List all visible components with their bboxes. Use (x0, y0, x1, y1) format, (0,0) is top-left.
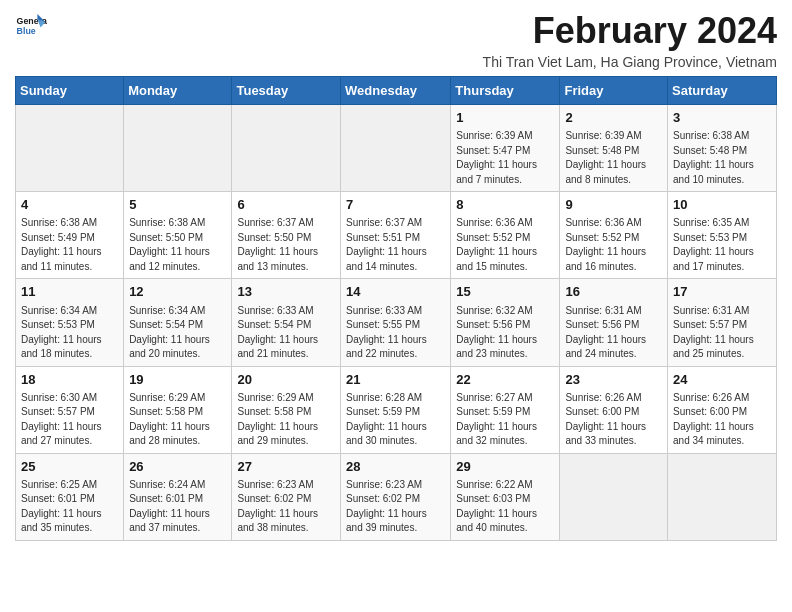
day-number: 18 (21, 371, 118, 389)
calendar: Sunday Monday Tuesday Wednesday Thursday… (15, 76, 777, 541)
col-tuesday: Tuesday (232, 77, 341, 105)
calendar-cell: 8Sunrise: 6:36 AM Sunset: 5:52 PM Daylig… (451, 192, 560, 279)
day-number: 29 (456, 458, 554, 476)
day-info: Sunrise: 6:37 AM Sunset: 5:50 PM Dayligh… (237, 216, 335, 274)
day-info: Sunrise: 6:38 AM Sunset: 5:50 PM Dayligh… (129, 216, 226, 274)
calendar-cell: 14Sunrise: 6:33 AM Sunset: 5:55 PM Dayli… (341, 279, 451, 366)
day-number: 13 (237, 283, 335, 301)
calendar-cell: 4Sunrise: 6:38 AM Sunset: 5:49 PM Daylig… (16, 192, 124, 279)
col-sunday: Sunday (16, 77, 124, 105)
calendar-week-2: 4Sunrise: 6:38 AM Sunset: 5:49 PM Daylig… (16, 192, 777, 279)
day-number: 15 (456, 283, 554, 301)
calendar-cell: 6Sunrise: 6:37 AM Sunset: 5:50 PM Daylig… (232, 192, 341, 279)
logo: General Blue (15, 10, 47, 42)
day-info: Sunrise: 6:31 AM Sunset: 5:57 PM Dayligh… (673, 304, 771, 362)
calendar-week-3: 11Sunrise: 6:34 AM Sunset: 5:53 PM Dayli… (16, 279, 777, 366)
calendar-cell: 27Sunrise: 6:23 AM Sunset: 6:02 PM Dayli… (232, 453, 341, 540)
calendar-cell: 13Sunrise: 6:33 AM Sunset: 5:54 PM Dayli… (232, 279, 341, 366)
calendar-week-5: 25Sunrise: 6:25 AM Sunset: 6:01 PM Dayli… (16, 453, 777, 540)
day-number: 20 (237, 371, 335, 389)
col-thursday: Thursday (451, 77, 560, 105)
calendar-cell: 1Sunrise: 6:39 AM Sunset: 5:47 PM Daylig… (451, 105, 560, 192)
day-info: Sunrise: 6:25 AM Sunset: 6:01 PM Dayligh… (21, 478, 118, 536)
day-number: 22 (456, 371, 554, 389)
day-info: Sunrise: 6:29 AM Sunset: 5:58 PM Dayligh… (237, 391, 335, 449)
calendar-cell: 23Sunrise: 6:26 AM Sunset: 6:00 PM Dayli… (560, 366, 668, 453)
calendar-cell: 5Sunrise: 6:38 AM Sunset: 5:50 PM Daylig… (124, 192, 232, 279)
day-info: Sunrise: 6:22 AM Sunset: 6:03 PM Dayligh… (456, 478, 554, 536)
calendar-week-1: 1Sunrise: 6:39 AM Sunset: 5:47 PM Daylig… (16, 105, 777, 192)
day-number: 5 (129, 196, 226, 214)
day-number: 4 (21, 196, 118, 214)
day-info: Sunrise: 6:31 AM Sunset: 5:56 PM Dayligh… (565, 304, 662, 362)
day-number: 25 (21, 458, 118, 476)
calendar-cell: 28Sunrise: 6:23 AM Sunset: 6:02 PM Dayli… (341, 453, 451, 540)
calendar-cell: 25Sunrise: 6:25 AM Sunset: 6:01 PM Dayli… (16, 453, 124, 540)
calendar-cell: 26Sunrise: 6:24 AM Sunset: 6:01 PM Dayli… (124, 453, 232, 540)
calendar-cell: 17Sunrise: 6:31 AM Sunset: 5:57 PM Dayli… (668, 279, 777, 366)
day-number: 9 (565, 196, 662, 214)
day-number: 6 (237, 196, 335, 214)
day-info: Sunrise: 6:30 AM Sunset: 5:57 PM Dayligh… (21, 391, 118, 449)
col-friday: Friday (560, 77, 668, 105)
day-number: 26 (129, 458, 226, 476)
calendar-cell: 9Sunrise: 6:36 AM Sunset: 5:52 PM Daylig… (560, 192, 668, 279)
calendar-cell (232, 105, 341, 192)
day-number: 11 (21, 283, 118, 301)
day-info: Sunrise: 6:26 AM Sunset: 6:00 PM Dayligh… (565, 391, 662, 449)
calendar-cell: 21Sunrise: 6:28 AM Sunset: 5:59 PM Dayli… (341, 366, 451, 453)
day-number: 21 (346, 371, 445, 389)
day-info: Sunrise: 6:33 AM Sunset: 5:54 PM Dayligh… (237, 304, 335, 362)
day-number: 1 (456, 109, 554, 127)
calendar-cell: 29Sunrise: 6:22 AM Sunset: 6:03 PM Dayli… (451, 453, 560, 540)
calendar-cell: 16Sunrise: 6:31 AM Sunset: 5:56 PM Dayli… (560, 279, 668, 366)
day-number: 3 (673, 109, 771, 127)
calendar-cell: 18Sunrise: 6:30 AM Sunset: 5:57 PM Dayli… (16, 366, 124, 453)
day-info: Sunrise: 6:33 AM Sunset: 5:55 PM Dayligh… (346, 304, 445, 362)
day-info: Sunrise: 6:27 AM Sunset: 5:59 PM Dayligh… (456, 391, 554, 449)
col-monday: Monday (124, 77, 232, 105)
calendar-cell: 3Sunrise: 6:38 AM Sunset: 5:48 PM Daylig… (668, 105, 777, 192)
main-title: February 2024 (483, 10, 777, 52)
calendar-cell: 22Sunrise: 6:27 AM Sunset: 5:59 PM Dayli… (451, 366, 560, 453)
day-info: Sunrise: 6:37 AM Sunset: 5:51 PM Dayligh… (346, 216, 445, 274)
col-wednesday: Wednesday (341, 77, 451, 105)
day-number: 16 (565, 283, 662, 301)
subtitle: Thi Tran Viet Lam, Ha Giang Province, Vi… (483, 54, 777, 70)
day-info: Sunrise: 6:23 AM Sunset: 6:02 PM Dayligh… (237, 478, 335, 536)
calendar-cell (668, 453, 777, 540)
day-info: Sunrise: 6:24 AM Sunset: 6:01 PM Dayligh… (129, 478, 226, 536)
day-info: Sunrise: 6:29 AM Sunset: 5:58 PM Dayligh… (129, 391, 226, 449)
calendar-cell (124, 105, 232, 192)
calendar-cell (341, 105, 451, 192)
day-number: 14 (346, 283, 445, 301)
header: General Blue February 2024 Thi Tran Viet… (15, 10, 777, 70)
day-info: Sunrise: 6:35 AM Sunset: 5:53 PM Dayligh… (673, 216, 771, 274)
calendar-cell: 12Sunrise: 6:34 AM Sunset: 5:54 PM Dayli… (124, 279, 232, 366)
calendar-cell (16, 105, 124, 192)
day-info: Sunrise: 6:39 AM Sunset: 5:48 PM Dayligh… (565, 129, 662, 187)
day-number: 2 (565, 109, 662, 127)
day-info: Sunrise: 6:38 AM Sunset: 5:48 PM Dayligh… (673, 129, 771, 187)
calendar-header-row: Sunday Monday Tuesday Wednesday Thursday… (16, 77, 777, 105)
day-number: 8 (456, 196, 554, 214)
calendar-cell: 10Sunrise: 6:35 AM Sunset: 5:53 PM Dayli… (668, 192, 777, 279)
calendar-week-4: 18Sunrise: 6:30 AM Sunset: 5:57 PM Dayli… (16, 366, 777, 453)
logo-icon: General Blue (15, 10, 47, 42)
page: General Blue February 2024 Thi Tran Viet… (0, 0, 792, 612)
day-info: Sunrise: 6:34 AM Sunset: 5:53 PM Dayligh… (21, 304, 118, 362)
day-number: 17 (673, 283, 771, 301)
day-number: 19 (129, 371, 226, 389)
day-number: 7 (346, 196, 445, 214)
calendar-cell: 11Sunrise: 6:34 AM Sunset: 5:53 PM Dayli… (16, 279, 124, 366)
day-info: Sunrise: 6:28 AM Sunset: 5:59 PM Dayligh… (346, 391, 445, 449)
day-number: 12 (129, 283, 226, 301)
day-info: Sunrise: 6:36 AM Sunset: 5:52 PM Dayligh… (456, 216, 554, 274)
day-info: Sunrise: 6:39 AM Sunset: 5:47 PM Dayligh… (456, 129, 554, 187)
day-info: Sunrise: 6:34 AM Sunset: 5:54 PM Dayligh… (129, 304, 226, 362)
col-saturday: Saturday (668, 77, 777, 105)
calendar-cell: 19Sunrise: 6:29 AM Sunset: 5:58 PM Dayli… (124, 366, 232, 453)
day-number: 28 (346, 458, 445, 476)
day-number: 27 (237, 458, 335, 476)
calendar-cell: 15Sunrise: 6:32 AM Sunset: 5:56 PM Dayli… (451, 279, 560, 366)
